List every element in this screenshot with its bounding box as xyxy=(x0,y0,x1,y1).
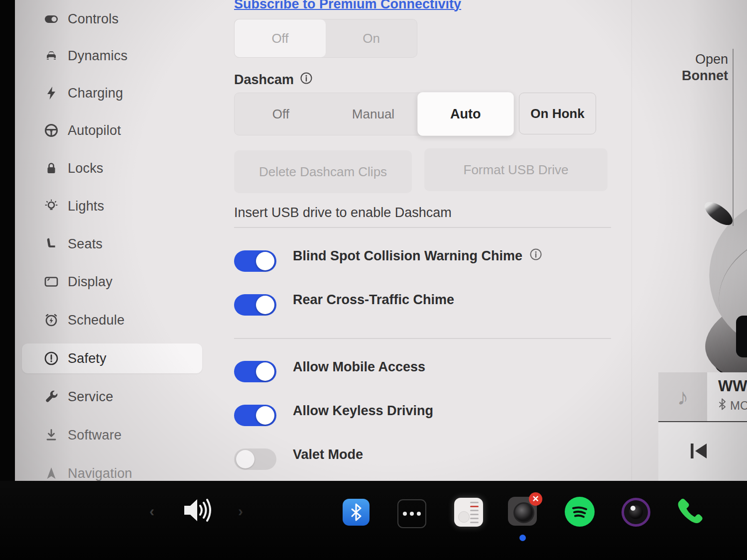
sidebar-item-label: Safety xyxy=(68,351,107,366)
sidebar-item-label: Charging xyxy=(68,86,123,101)
allow-keyless-driving-toggle[interactable] xyxy=(234,405,276,426)
bottom-dock: ‹ › ✕ xyxy=(0,481,747,560)
sidebar-item-safety[interactable]: Safety xyxy=(22,343,202,373)
error-badge: ✕ xyxy=(529,492,542,506)
seat-icon xyxy=(44,236,59,251)
dashcam-manual-segment[interactable]: Manual xyxy=(327,93,420,135)
rear-cross-traffic-chime-toggle[interactable] xyxy=(234,294,276,316)
camera-app-icon[interactable]: ✕ xyxy=(508,497,537,526)
sidebar-item-seats[interactable]: Seats xyxy=(22,229,202,259)
format-usb-drive-button[interactable]: Format USB Drive xyxy=(424,148,608,191)
volume-icon[interactable] xyxy=(182,496,213,527)
gauge-dial xyxy=(458,511,470,523)
sidebar-item-dynamics[interactable]: Dynamics xyxy=(22,41,202,71)
sidebar-item-label: Lights xyxy=(68,199,104,214)
alert-circle-icon xyxy=(44,351,59,366)
chevron-right-icon[interactable]: › xyxy=(238,503,243,520)
media-player-widget[interactable]: ♪ WW3 MC xyxy=(658,372,747,481)
toggle-knob xyxy=(236,450,254,468)
edge-cutoff-card xyxy=(736,316,747,357)
dashcam-label: Dashcam xyxy=(234,72,313,88)
section-divider xyxy=(234,338,611,339)
toggle-knob xyxy=(256,296,274,314)
dashcam-off-segment[interactable]: Off xyxy=(235,93,327,135)
sidebar-item-label: Seats xyxy=(68,236,103,252)
panel-divider xyxy=(631,0,632,481)
usb-note: Insert USB drive to enable Dashcam xyxy=(234,205,452,221)
gauge-line xyxy=(470,502,479,503)
info-icon[interactable] xyxy=(300,72,313,88)
chevron-left-icon[interactable]: ‹ xyxy=(149,503,154,520)
dashcam-label-text: Dashcam xyxy=(234,72,294,88)
gauge-line xyxy=(470,518,479,519)
dashcam-segmented: Off Manual Auto xyxy=(234,93,512,135)
toggle-label-text: Allow Keyless Driving xyxy=(293,403,433,419)
toggle-label-text: Blind Spot Collision Warning Chime xyxy=(293,248,522,264)
premium-off-segment[interactable]: Off xyxy=(235,19,326,57)
blind-spot-chime-toggle[interactable] xyxy=(234,250,276,272)
valet-mode-toggle[interactable] xyxy=(234,448,276,470)
sidebar-item-label: Schedule xyxy=(68,313,124,328)
sidebar-item-schedule[interactable]: Schedule xyxy=(22,305,202,335)
webcam-highlight xyxy=(630,506,635,511)
gauge-line xyxy=(470,510,479,511)
webcam-app-icon[interactable] xyxy=(622,498,650,527)
premium-on-segment[interactable]: On xyxy=(326,19,417,57)
media-source-text: MC xyxy=(730,399,747,413)
camera-lens xyxy=(513,502,534,523)
sidebar-item-locks[interactable]: Locks xyxy=(22,153,202,183)
dashcam-auto-segment[interactable]: Auto xyxy=(418,92,514,135)
media-source: MC xyxy=(718,398,747,413)
gauge-line-red xyxy=(470,506,479,507)
lock-icon xyxy=(44,161,59,176)
sidebar-item-label: Autopilot xyxy=(68,123,121,138)
sidebar-item-service[interactable]: Service xyxy=(22,382,202,412)
navigation-arrow-icon xyxy=(44,466,59,481)
phone-app-icon[interactable] xyxy=(677,497,706,526)
sidebar-item-label: Software xyxy=(68,428,122,443)
sidebar-item-autopilot[interactable]: Autopilot xyxy=(22,115,202,145)
sidebar-item-lights[interactable]: Lights xyxy=(22,191,202,221)
wrench-icon xyxy=(44,389,59,404)
dot xyxy=(417,512,421,516)
subscribe-premium-link[interactable]: Subscribe to Premium Connectivity xyxy=(234,0,461,12)
toggle-icon xyxy=(44,11,59,26)
open-bonnet-leader-line xyxy=(733,49,734,226)
open-bonnet-button[interactable]: Open Bonnet xyxy=(662,51,728,84)
lightning-icon xyxy=(44,86,59,101)
toggle-label-text: Allow Mobile Access xyxy=(293,359,425,375)
dashcam-on-honk-button[interactable]: On Honk xyxy=(519,93,596,134)
toggle-knob xyxy=(256,406,274,425)
info-icon[interactable] xyxy=(529,248,542,264)
sidebar-item-label: Locks xyxy=(68,161,104,176)
toggle-label-text: Valet Mode xyxy=(293,447,363,462)
active-app-dot xyxy=(519,535,526,541)
sidebar-item-navigation[interactable]: Navigation xyxy=(22,458,202,481)
more-apps-icon[interactable] xyxy=(397,499,426,528)
sidebar-item-display[interactable]: Display xyxy=(22,267,202,297)
media-controls xyxy=(658,422,747,481)
car-icon xyxy=(44,48,59,63)
spotify-app-icon[interactable] xyxy=(565,497,595,527)
gauge-app-icon[interactable] xyxy=(454,498,483,527)
bluetooth-app-icon[interactable] xyxy=(343,499,370,526)
steering-wheel-icon xyxy=(44,123,59,138)
allow-mobile-access-label: Allow Mobile Access xyxy=(293,359,425,375)
media-now-playing[interactable]: ♪ WW3 MC xyxy=(658,372,747,421)
sidebar-item-label: Controls xyxy=(68,11,119,27)
tesla-touchscreen: Controls Dynamics Charging Autopilot xyxy=(0,0,747,560)
music-note-icon: ♪ xyxy=(677,383,689,410)
dot xyxy=(410,512,414,516)
allow-mobile-access-toggle[interactable] xyxy=(234,361,276,382)
sidebar-item-label: Display xyxy=(68,274,113,290)
previous-track-icon[interactable] xyxy=(689,442,709,460)
toggle-label-text: Rear Cross-Traffic Chime xyxy=(293,292,454,308)
delete-dashcam-clips-button[interactable]: Delete Dashcam Clips xyxy=(234,150,412,193)
sidebar-item-controls[interactable]: Controls xyxy=(22,4,202,34)
media-track-title: WW3 xyxy=(718,377,747,395)
premium-connectivity-segmented: Off On xyxy=(234,19,417,58)
valet-mode-label: Valet Mode xyxy=(293,447,363,462)
gauge-line xyxy=(470,514,479,515)
sidebar-item-charging[interactable]: Charging xyxy=(22,78,202,108)
sidebar-item-software[interactable]: Software xyxy=(22,420,202,450)
